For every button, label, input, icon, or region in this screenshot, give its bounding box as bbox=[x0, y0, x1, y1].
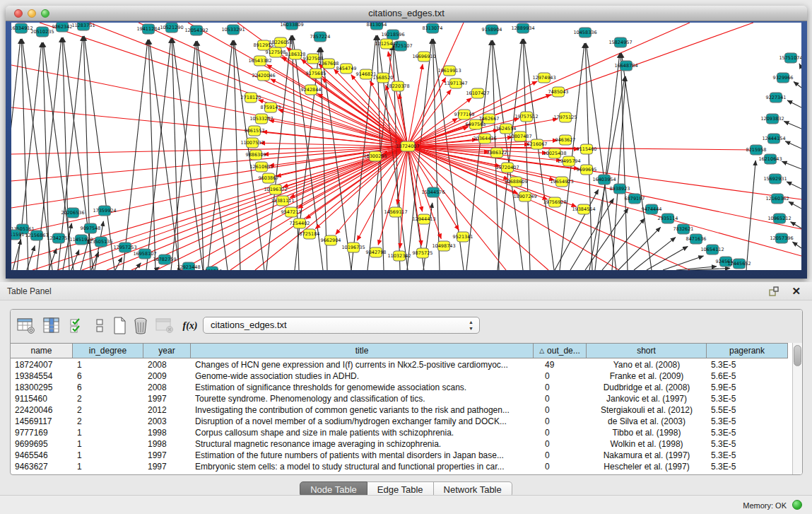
table-row[interactable]: 2242004622012Investigating the contribut… bbox=[11, 404, 794, 416]
graph-node[interactable]: 9463627 bbox=[555, 135, 576, 145]
graph-node[interactable]: 19619913 bbox=[437, 66, 461, 76]
graph-node[interactable]: 12057396 bbox=[770, 233, 793, 243]
graph-node[interactable]: 10533291 bbox=[221, 25, 245, 35]
graph-node[interactable]: 16543382 bbox=[248, 56, 271, 66]
close-panel-icon[interactable]: ✕ bbox=[792, 285, 801, 298]
graph-node[interactable]: 12889934 bbox=[511, 23, 534, 33]
graph-node[interactable]: 12974943 bbox=[532, 73, 555, 83]
column-header-pagerank[interactable]: pagerank bbox=[707, 343, 788, 358]
graph-node[interactable]: 9662904 bbox=[321, 235, 341, 245]
graph-node[interactable]: 18220378 bbox=[386, 81, 409, 91]
graph-node[interactable]: 17975125 bbox=[553, 112, 577, 122]
graph-node[interactable]: 12444154 bbox=[762, 134, 785, 144]
graph-node[interactable]: 15824957 bbox=[608, 37, 632, 47]
function-builder-icon[interactable]: f(x) bbox=[180, 316, 200, 336]
graph-node[interactable]: 8215958 bbox=[746, 145, 767, 155]
column-header-name[interactable]: name bbox=[11, 343, 73, 358]
graph-node[interactable]: 20364436 bbox=[473, 134, 496, 144]
graph-node[interactable]: 8813054 bbox=[367, 23, 387, 30]
graph-node[interactable]: 15751074 bbox=[779, 53, 801, 63]
graph-node[interactable]: 14569117 bbox=[384, 207, 407, 217]
graph-node[interactable]: 11007537 bbox=[240, 138, 264, 148]
graph-node[interactable]: 9699695 bbox=[577, 165, 597, 175]
table-row[interactable]: 1872400712008Changes of HCN gene express… bbox=[11, 359, 794, 370]
graph-node[interactable]: 22420046 bbox=[252, 71, 275, 81]
graph-node[interactable]: 15692931 bbox=[763, 174, 787, 184]
graph-node[interactable]: 8759143 bbox=[261, 103, 281, 112]
table-row[interactable]: 1938455462009Genome-wide association stu… bbox=[11, 370, 794, 382]
graph-node[interactable]: 12923448 bbox=[177, 262, 200, 270]
memory-ok-indicator[interactable] bbox=[792, 500, 802, 510]
table-row[interactable]: 969969511998Structural magnetic resonanc… bbox=[11, 438, 794, 450]
table-selector-dropdown[interactable]: citations_edges.txt ▲▼ bbox=[203, 317, 480, 334]
graph-node[interactable]: 12093832 bbox=[760, 114, 784, 124]
row-height-icon[interactable] bbox=[90, 316, 110, 336]
graph-node[interactable]: 8454749 bbox=[336, 64, 357, 74]
scrollbar-thumb[interactable] bbox=[794, 345, 801, 366]
graph-node[interactable]: 9329966 bbox=[773, 73, 794, 83]
graph-node[interactable]: 16033809 bbox=[280, 23, 303, 30]
graph-node[interactable]: 9227341 bbox=[766, 93, 787, 103]
graph-node[interactable]: 12054392 bbox=[184, 25, 208, 35]
graph-node[interactable]: 9861557 bbox=[245, 126, 265, 136]
graph-node[interactable]: 12342757 bbox=[47, 233, 70, 243]
graph-node[interactable]: 19411284 bbox=[136, 24, 160, 34]
column-header-out_de[interactable]: △out_de... bbox=[534, 343, 587, 358]
graph-node[interactable]: 19384554 bbox=[572, 204, 595, 214]
graph-node[interactable]: 10965212 bbox=[767, 214, 791, 223]
column-header-short[interactable]: short bbox=[587, 343, 707, 358]
graph-node[interactable]: 19495794 bbox=[557, 156, 580, 166]
graph-node[interactable]: 16403954 bbox=[592, 175, 616, 185]
column-settings-icon[interactable] bbox=[42, 316, 61, 336]
graph-node[interactable]: 9761212 bbox=[202, 267, 223, 270]
network-window[interactable]: citations_edges.txt 16334912205102359862… bbox=[6, 6, 807, 279]
graph-node[interactable]: 7832621 bbox=[673, 224, 694, 234]
table-vertical-scrollbar[interactable] bbox=[792, 343, 802, 474]
graph-node[interactable]: 8313074 bbox=[423, 23, 443, 33]
graph-node[interactable]: 16210643 bbox=[758, 154, 782, 164]
graph-node[interactable]: 9115460 bbox=[577, 144, 597, 154]
graph-node[interactable]: 19218596 bbox=[381, 30, 404, 40]
column-header-title[interactable]: title bbox=[191, 343, 534, 358]
graph-node[interactable]: 10025438 bbox=[543, 148, 566, 158]
graph-node[interactable]: 7857224 bbox=[310, 32, 331, 42]
graph-node[interactable]: 2935114 bbox=[658, 214, 678, 223]
graph-node[interactable]: 10196735 bbox=[341, 243, 365, 252]
select-columns-icon[interactable] bbox=[67, 316, 87, 336]
graph-node[interactable]: 9875725 bbox=[413, 248, 433, 258]
network-canvas[interactable]: 1633491220510235986234211283751194112841… bbox=[11, 23, 801, 270]
graph-node[interactable]: 16334912 bbox=[11, 23, 33, 33]
graph-node[interactable]: 10498743 bbox=[432, 241, 455, 251]
table-row[interactable]: 946554611997Estimation of the future num… bbox=[11, 450, 794, 461]
new-table-icon[interactable] bbox=[110, 316, 129, 336]
table-settings-icon[interactable] bbox=[16, 316, 36, 336]
graph-node[interactable]: 9474444 bbox=[642, 204, 662, 214]
graph-node[interactable]: 9097548 bbox=[81, 223, 101, 233]
graph-node[interactable]: 11283751 bbox=[71, 23, 95, 30]
network-window-titlebar[interactable]: citations_edges.txt bbox=[6, 6, 807, 21]
table-row[interactable]: 1830029562008Estimation of significance … bbox=[11, 382, 794, 393]
graph-node[interactable]: 10533287 bbox=[249, 114, 273, 124]
graph-node[interactable]: 10458336 bbox=[573, 28, 596, 37]
table-row[interactable]: 946362711997Embryonic stem cells: a mode… bbox=[11, 461, 794, 472]
graph-node[interactable]: 9862342 bbox=[52, 23, 73, 32]
graph-node[interactable]: 2718120 bbox=[241, 93, 261, 103]
graph-node[interactable]: 11971347 bbox=[444, 78, 467, 88]
graph-node[interactable]: 9158904 bbox=[482, 25, 502, 35]
graph-node[interactable]: 10521290 bbox=[160, 23, 183, 33]
graph-node[interactable]: 7986322 bbox=[487, 148, 507, 158]
citation-graph[interactable]: 1633491220510235986234211283751194112841… bbox=[11, 23, 801, 270]
float-panel-icon[interactable] bbox=[768, 286, 779, 297]
graph-node[interactable]: 8725184 bbox=[300, 229, 320, 239]
graph-node[interactable]: 12944413 bbox=[412, 214, 435, 224]
graph-node[interactable]: 9547213 bbox=[281, 207, 302, 217]
table-row[interactable]: 911546021997Tourette syndrome. Phenomeno… bbox=[11, 393, 794, 404]
table-row[interactable]: 1456911722003Disruption of a novel membe… bbox=[11, 416, 794, 427]
graph-node[interactable]: 20510235 bbox=[30, 27, 54, 37]
graph-node[interactable]: 11032342 bbox=[387, 251, 411, 261]
column-header-in_degree[interactable]: in_degree bbox=[73, 343, 143, 358]
graph-node[interactable]: 8471636 bbox=[686, 234, 707, 244]
table-row[interactable]: 977716911998Corpus callosum shape and si… bbox=[11, 427, 794, 438]
graph-node[interactable]: 17359924 bbox=[93, 206, 116, 216]
delete-table-icon[interactable] bbox=[131, 316, 151, 336]
